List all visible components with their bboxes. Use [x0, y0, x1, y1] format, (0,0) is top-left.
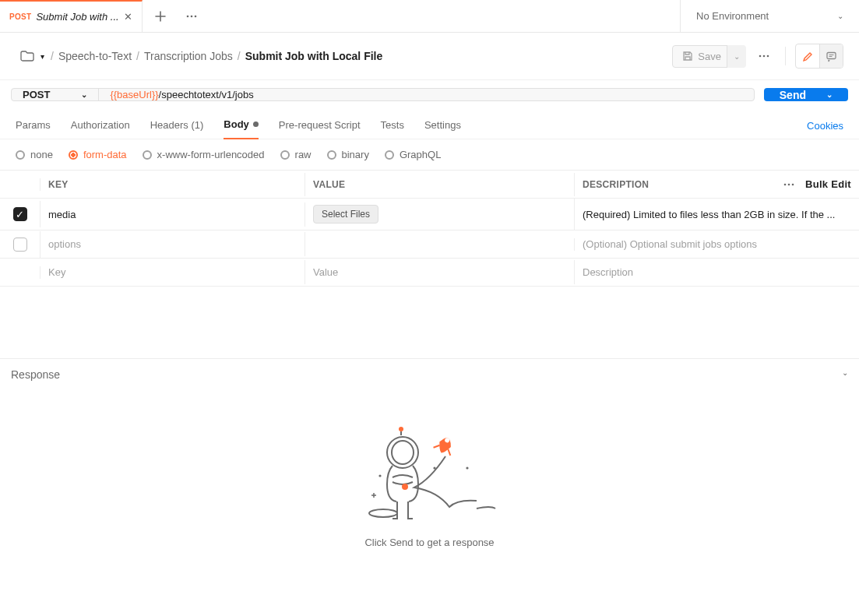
table-row: options (Optional) Optional submit jobs …	[0, 231, 859, 259]
environment-select[interactable]: No Environment ⌄	[680, 0, 859, 32]
radio-xwww[interactable]: x-www-form-urlencoded	[143, 149, 265, 160]
svg-point-7	[784, 183, 787, 185]
tab-headers[interactable]: Headers (1)	[150, 113, 204, 139]
view-mode-group	[795, 44, 843, 69]
environment-label: No Environment	[696, 10, 769, 22]
svg-point-17	[433, 466, 435, 469]
header-actions: Save ⌄	[672, 44, 843, 69]
breadcrumb-item[interactable]: Transcription Jobs	[144, 50, 233, 62]
col-value: VALUE	[305, 173, 575, 196]
row-checkbox[interactable]: ✓	[13, 207, 27, 221]
folder-icon[interactable]	[20, 51, 34, 62]
more-options-button[interactable]	[752, 44, 776, 68]
cookies-link[interactable]: Cookies	[807, 120, 843, 132]
tab-actions	[143, 0, 209, 32]
svg-point-18	[466, 466, 468, 469]
tabs-bar: POST Submit Job with ... ✕ No Environmen…	[0, 0, 859, 33]
divider	[785, 47, 786, 65]
col-description: DESCRIPTION	[583, 179, 649, 190]
table-header: KEY VALUE DESCRIPTION Bulk Edit	[0, 171, 859, 199]
tab-method-badge: POST	[9, 12, 31, 21]
response-empty-state: Click Send to get a response	[0, 390, 859, 603]
save-label: Save	[698, 51, 721, 62]
chevron-down-icon: ⌄	[826, 90, 833, 99]
radio-icon	[143, 150, 152, 160]
tab-tests[interactable]: Tests	[381, 113, 404, 139]
row-value-placeholder[interactable]: Value	[305, 260, 575, 284]
row-desc-placeholder[interactable]: Description	[575, 260, 859, 284]
svg-point-5	[767, 55, 769, 58]
request-header-row: ▾ / Speech-to-Text / Transcription Jobs …	[0, 33, 859, 80]
chevron-down-icon[interactable]: ⌄	[842, 368, 848, 381]
close-icon[interactable]: ✕	[124, 11, 132, 23]
table-row: Key Value Description	[0, 259, 859, 287]
save-dropdown[interactable]: ⌄	[727, 45, 746, 68]
save-icon	[682, 51, 693, 62]
tab-authorization[interactable]: Authorization	[71, 113, 130, 139]
method-url-field: POST ⌄ {{baseUrl}}/speechtotext/v1/jobs	[11, 88, 755, 101]
tab-params[interactable]: Params	[16, 113, 51, 139]
svg-point-14	[402, 484, 408, 490]
svg-rect-11	[400, 431, 402, 435]
chevron-down-icon[interactable]: ▾	[40, 52, 44, 61]
request-subtabs: Params Authorization Headers (1) Body Pr…	[0, 109, 859, 139]
url-path: /speechtotext/v1/jobs	[159, 89, 254, 100]
method-label: POST	[23, 89, 50, 100]
tab-body-label: Body	[224, 118, 249, 130]
response-title: Response	[11, 368, 60, 381]
svg-point-2	[194, 15, 196, 17]
svg-rect-6	[827, 52, 836, 58]
radio-binary[interactable]: binary	[327, 149, 369, 160]
svg-point-8	[788, 183, 790, 185]
row-description[interactable]: (Required) Limited to files less than 2G…	[575, 202, 859, 227]
more-icon	[759, 55, 769, 58]
radio-graphql[interactable]: GraphQL	[385, 149, 441, 160]
radio-raw[interactable]: raw	[280, 149, 312, 160]
tab-title: Submit Job with ...	[36, 11, 118, 23]
comment-icon	[826, 51, 837, 62]
comment-button[interactable]	[819, 44, 843, 68]
svg-point-1	[190, 15, 192, 17]
radio-none[interactable]: none	[16, 149, 53, 160]
body-type-row: none form-data x-www-form-urlencoded raw…	[0, 139, 859, 170]
more-icon[interactable]	[783, 183, 794, 186]
bulk-edit-button[interactable]: Bulk Edit	[805, 178, 851, 190]
chevron-down-icon: ⌄	[81, 90, 87, 99]
astronaut-illustration	[360, 421, 500, 530]
row-key-placeholder[interactable]: Key	[40, 260, 305, 284]
tab-body[interactable]: Body	[224, 112, 259, 139]
save-button[interactable]: Save	[672, 45, 731, 68]
breadcrumb: / Speech-to-Text / Transcription Jobs / …	[51, 50, 382, 62]
row-key[interactable]: options	[40, 232, 305, 256]
edit-button[interactable]	[796, 44, 819, 68]
table-row: ✓ media Select Files (Required) Limited …	[0, 199, 859, 231]
request-tab[interactable]: POST Submit Job with ... ✕	[0, 0, 143, 32]
url-input[interactable]: {{baseUrl}}/speechtotext/v1/jobs	[99, 89, 264, 100]
svg-point-0	[186, 15, 188, 17]
tab-settings[interactable]: Settings	[424, 113, 461, 139]
svg-point-3	[759, 55, 762, 58]
svg-point-4	[763, 55, 766, 58]
request-url-row: POST ⌄ {{baseUrl}}/speechtotext/v1/jobs …	[0, 80, 859, 109]
radio-formdata[interactable]: form-data	[69, 149, 127, 160]
method-select[interactable]: POST ⌄	[12, 89, 99, 100]
send-label: Send	[780, 89, 806, 101]
row-value[interactable]	[305, 238, 575, 251]
plus-icon[interactable]	[155, 11, 166, 22]
select-files-button[interactable]: Select Files	[313, 205, 378, 224]
svg-point-16	[378, 474, 381, 477]
breadcrumb-item[interactable]: Speech-to-Text	[58, 50, 132, 62]
svg-point-9	[792, 183, 794, 185]
row-description[interactable]: (Optional) Optional submit jobs options	[575, 232, 859, 256]
col-key: KEY	[40, 173, 305, 196]
radio-icon	[280, 150, 290, 160]
tab-prerequest[interactable]: Pre-request Script	[279, 113, 361, 139]
row-checkbox[interactable]	[13, 238, 27, 252]
more-icon[interactable]	[186, 15, 197, 18]
response-empty-message: Click Send to get a response	[364, 537, 494, 548]
response-header: Response ⌄	[0, 359, 859, 390]
row-key[interactable]: media	[40, 202, 305, 227]
send-button[interactable]: Send ⌄	[764, 88, 848, 101]
svg-point-10	[399, 427, 403, 431]
formdata-table: KEY VALUE DESCRIPTION Bulk Edit ✓ media …	[0, 170, 859, 287]
